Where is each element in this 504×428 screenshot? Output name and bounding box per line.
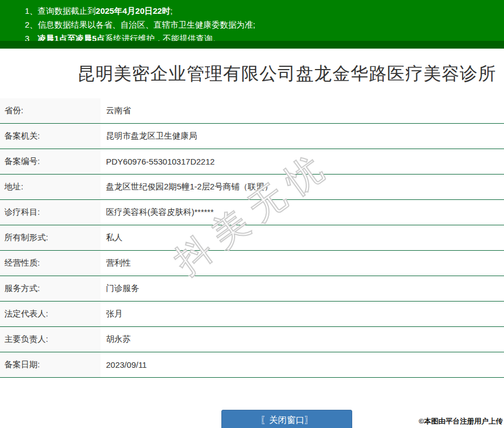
row-label: 法定代表人: [0,302,100,326]
table-row-authority: 备案机关: 昆明市盘龙区卫生健康局 [0,124,504,149]
notice-number: 1、 [25,6,38,15]
row-value: 2023/09/11 [100,352,504,377]
table-row-departments: 诊疗科目: 医疗美容科(美容皮肤科)****** [0,200,504,225]
row-label: 主要负责人: [0,327,100,352]
notice-number: 2、 [25,20,38,29]
notice-text-bold: 2025年4月20日22时 [96,6,170,15]
notice-line-2: 2、信息数据结果以各省、自治区、直辖市卫生健康委数据为准; [25,18,498,31]
row-value: PDY60976-553010317D2212 [100,149,504,174]
close-window-button[interactable]: 〖关闭窗口〗 [221,410,352,428]
table-row-service-mode: 服务方式: 门诊服务 [0,276,504,302]
row-value: 张月 [100,302,504,326]
row-value: 营利性 [100,251,504,276]
record-table: 省份: 云南省 备案机关: 昆明市盘龙区卫生健康局 备案编号: PDY60976… [0,98,504,378]
notice-header: 1、查询数据截止到2025年4月20日22时; 2、信息数据结果以各省、自治区、… [0,0,504,49]
table-row-record-date: 备案日期: 2023/09/11 [0,352,504,378]
row-label: 备案日期: [0,352,100,377]
row-value: 昆明市盘龙区卫生健康局 [100,124,504,149]
table-row-ownership: 所有制形式: 私人 [0,225,504,251]
row-label: 服务方式: [0,276,100,301]
row-label: 备案机关: [0,124,100,149]
row-value: 私人 [100,225,504,250]
row-label: 备案编号: [0,149,100,174]
row-value: 医疗美容科(美容皮肤科)****** [100,200,504,225]
header-dark-strip [0,41,504,49]
notice-text: 信息数据结果以各省、自治区、直辖市卫生健康委数据为准; [38,20,255,29]
row-label: 经营性质: [0,251,100,276]
notice-text: 查询数据截止到 [38,6,96,15]
row-label: 所有制形式: [0,225,100,250]
row-label: 省份: [0,98,100,123]
page-title: 昆明美密企业管理有限公司盘龙金华路医疗美容诊所 [77,62,496,86]
table-row-person-in-charge: 主要负责人: 胡永苏 [0,327,504,352]
row-label: 地址: [0,175,100,199]
row-value: 云南省 [100,98,504,123]
row-label: 诊疗科目: [0,200,100,225]
notice-text: ; [170,6,172,15]
notice-line-1: 1、查询数据截止到2025年4月20日22时; [25,4,498,18]
table-row-business-nature: 经营性质: 营利性 [0,251,504,276]
row-value: 胡永苏 [100,327,504,352]
table-row-address: 地址: 盘龙区世纪俊园2期5幢1-2层2号商铺（联盟） [0,175,504,200]
row-value: 盘龙区世纪俊园2期5幢1-2层2号商铺（联盟） [100,175,504,199]
table-row-province: 省份: 云南省 [0,98,504,124]
table-row-legal-representative: 法定代表人: 张月 [0,302,504,327]
notice-list: 1、查询数据截止到2025年4月20日22时; 2、信息数据结果以各省、自治区、… [0,0,504,45]
row-value: 门诊服务 [100,276,504,301]
table-row-record-number: 备案编号: PDY60976-553010317D2212 [0,149,504,175]
attribution-text: ©本图由平台注册用户上传 [418,416,503,426]
